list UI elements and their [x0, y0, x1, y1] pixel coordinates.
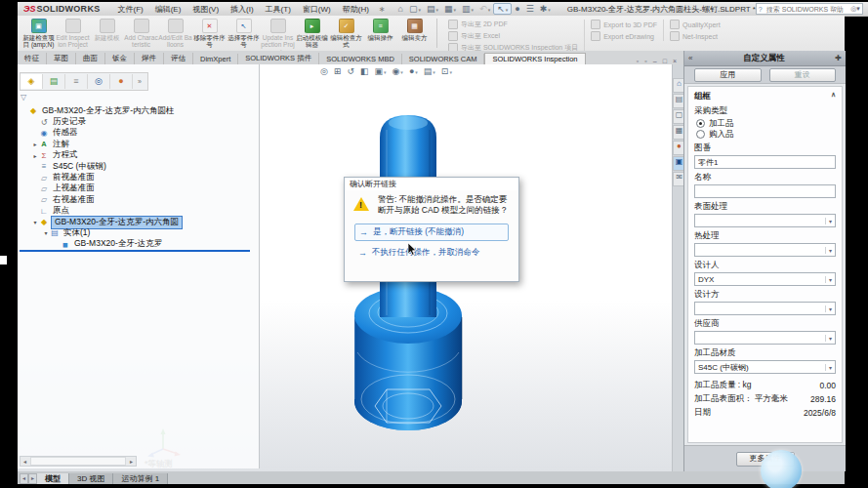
ribbon-button[interactable]: ≡ 编辑操作 — [363, 18, 397, 41]
command-tab[interactable]: SOLIDWORKS Inspection — [484, 53, 585, 64]
command-tab[interactable]: 评估 — [164, 53, 193, 64]
collapse-group-icon[interactable]: ∧ — [831, 91, 836, 102]
menu-item[interactable]: 插入(I) — [225, 4, 260, 15]
expand-arrow-icon[interactable]: ▾ — [31, 219, 39, 225]
new-file-icon[interactable]: ▢ — [406, 4, 424, 14]
document-tab[interactable]: 运动算例 1 — [113, 473, 168, 484]
select-arrow-icon[interactable]: ↖ — [493, 3, 512, 15]
export-menu-item[interactable]: Net-Inspect — [670, 31, 721, 41]
ribbon-button[interactable]: ↖ 选择零件序号 — [227, 18, 261, 49]
dropdown-arrow-icon[interactable]: ▾ — [825, 218, 832, 224]
tree-item[interactable]: GB-M3X20-全牙-达克罗 — [18, 239, 259, 250]
property-input[interactable]: ▾ — [694, 184, 836, 198]
file-properties-icon[interactable]: ☰ — [523, 4, 537, 14]
command-tab[interactable]: SOLIDWORKS 插件 — [238, 53, 319, 64]
tree-item[interactable]: ▾ GB-M3X20-全牙-达克罗-内六角圆 — [18, 217, 259, 227]
tab-scroll-left-icon[interactable]: ◂ — [20, 473, 28, 484]
previous-view-icon[interactable]: ↺ — [344, 66, 357, 76]
tree-item[interactable]: 前视基准面 — [18, 172, 259, 183]
dropdown-arrow-icon[interactable]: ▾ — [825, 276, 832, 283]
dropdown-arrow-icon[interactable]: ▾ — [825, 305, 832, 312]
menu-item[interactable]: 文件(F) — [111, 4, 148, 15]
menu-item[interactable]: 工具(T) — [260, 4, 297, 15]
collapse-panel-icon[interactable]: « — [684, 54, 696, 62]
dimxpert-icon[interactable]: ◎ — [88, 74, 110, 89]
command-tab[interactable]: 草图 — [47, 53, 76, 64]
property-input[interactable]: ▾ — [694, 302, 836, 315]
print-icon[interactable]: ▥ — [459, 4, 476, 14]
ribbon-button[interactable]: ▸ 启动模板编辑器 — [295, 18, 329, 49]
undo-icon[interactable]: ↶ — [476, 4, 493, 14]
ribbon-button[interactable]: Edit Inspection Project — [56, 18, 90, 49]
dropdown-arrow-icon[interactable]: ▾ — [825, 335, 832, 342]
doc-minimize-icon[interactable]: – — [650, 58, 660, 64]
search-icon[interactable]: ◎▾ — [850, 5, 860, 13]
reset-button[interactable]: 重设 — [769, 68, 837, 82]
tree-item[interactable]: GB-M3X20-全牙-达克罗-内六角圆柱 — [18, 105, 259, 116]
zoom-fit-icon[interactable]: ◎ — [317, 66, 331, 76]
options-icon[interactable]: ✱ — [537, 4, 554, 14]
command-tab[interactable]: 焊件 — [135, 53, 164, 64]
property-input[interactable]: 零件1 ▾ — [694, 155, 836, 169]
command-tab[interactable]: 钣金 — [105, 53, 135, 64]
edit-appearance-icon[interactable]: ● — [406, 66, 421, 76]
scroll-left-icon[interactable]: ◂ — [21, 458, 29, 465]
menu-item[interactable]: 视图(V) — [186, 4, 225, 15]
export-menu-item[interactable]: 导出至 2D PDF — [448, 20, 578, 29]
command-tab[interactable]: 特征 — [18, 53, 47, 64]
save-icon[interactable]: ▦ — [441, 4, 459, 14]
tree-filter[interactable]: ▽ — [21, 93, 259, 103]
tree-item[interactable]: 历史记录 — [18, 116, 259, 127]
property-input[interactable]: DYX ▾ — [694, 272, 836, 286]
export-menu-item[interactable]: Export to 3D PDF — [591, 20, 657, 29]
rebuild-icon[interactable]: ● — [512, 4, 522, 14]
document-tab[interactable]: 3D 视图 — [69, 473, 113, 484]
ribbon-button[interactable]: 新建模板 — [90, 18, 124, 41]
scroll-right-icon[interactable]: ▸ — [127, 458, 136, 465]
command-tab[interactable]: 曲面 — [76, 53, 105, 64]
property-input[interactable]: ▾ — [694, 214, 836, 227]
pin-menu-icon[interactable]: ∗ — [379, 5, 386, 14]
export-menu-item[interactable]: 导出至 Excel — [448, 31, 578, 41]
tree-horizontal-scrollbar[interactable]: ◂ ▸ — [20, 456, 137, 467]
ribbon-button[interactable]: ▦ 编辑卖方 — [397, 18, 432, 41]
search-input[interactable] — [765, 5, 850, 14]
cancel-option[interactable]: → 不执行任何操作，并取消命令 — [354, 245, 509, 261]
tab-scroll-right-icon[interactable]: ▸ — [28, 473, 37, 484]
pin-panel-icon[interactable]: ✚ — [831, 54, 846, 62]
expand-arrow-icon[interactable]: ▸ — [31, 152, 39, 159]
tree-item[interactable]: ▾ 实体(1) — [18, 227, 259, 238]
menu-item[interactable]: 编辑(E) — [149, 4, 187, 15]
break-link-option[interactable]: → 是，断开链接 (不能撤消) — [354, 224, 509, 241]
command-tab[interactable]: SOLIDWORKS MBD — [319, 54, 402, 64]
display-style-icon[interactable]: ▣ — [371, 66, 389, 76]
expand-arrow-icon[interactable]: ▾ — [42, 229, 50, 236]
tree-item[interactable]: S45C (中碳钢) — [18, 161, 259, 172]
apply-button[interactable]: 应用 — [694, 68, 762, 82]
property-input[interactable]: S45C (中碳钢) ▾ — [694, 360, 836, 374]
display-icon[interactable]: ● — [110, 74, 133, 89]
more-tabs-icon[interactable]: » — [133, 74, 146, 89]
scroll-track[interactable] — [30, 457, 126, 466]
properties-icon[interactable]: ▤ — [43, 74, 65, 89]
hide-show-items-icon[interactable]: ◉ — [390, 66, 406, 76]
ribbon-button[interactable]: ▣ 新建检查项目 (amp;N) — [21, 18, 56, 49]
dropdown-arrow-icon[interactable]: ▾ — [825, 247, 832, 254]
menu-item[interactable]: 窗口(W) — [297, 4, 337, 15]
zoom-area-icon[interactable]: ⊞ — [331, 66, 345, 76]
dropdown-arrow-icon[interactable]: ▾ — [825, 364, 832, 371]
export-menu-item[interactable]: QualityXpert — [670, 20, 721, 29]
tree-item[interactable]: ▸ 方程式 — [18, 150, 259, 161]
ribbon-button[interactable]: ✕ 移除零件序号 — [192, 18, 227, 49]
new-window-icon[interactable]: ▫ — [634, 58, 641, 64]
property-input[interactable]: ▾ — [694, 243, 836, 257]
rollback-bar[interactable] — [20, 250, 250, 252]
tree-item[interactable]: ▸ 注解 — [18, 139, 259, 149]
ribbon-button[interactable]: ✓ 编辑检查方式 — [329, 18, 363, 49]
ribbon-button[interactable]: Add/Edit Balloons — [158, 18, 192, 49]
doc-close-icon[interactable]: × — [670, 58, 680, 64]
doc-restore-icon[interactable]: □ — [660, 58, 670, 64]
purchased-radio[interactable]: 购入品 — [696, 129, 836, 140]
ribbon-button[interactable]: Add Characteristic — [124, 18, 158, 49]
open-file-icon[interactable]: ▤ — [424, 4, 441, 14]
